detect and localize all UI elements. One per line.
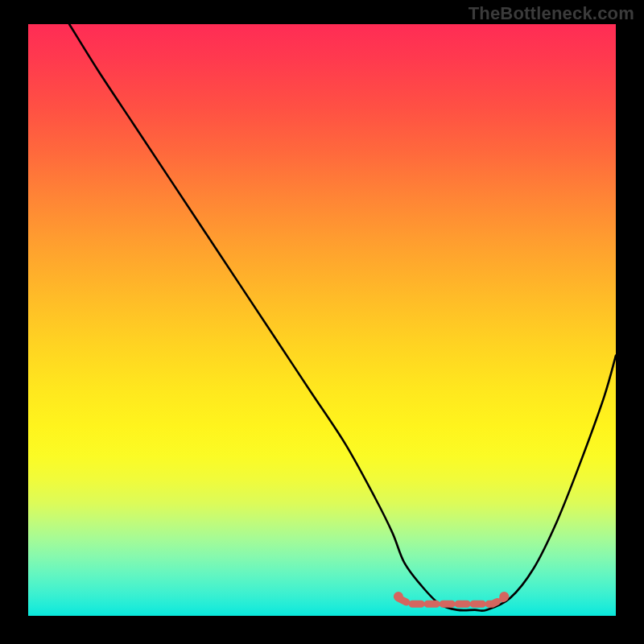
svg-point-1 (499, 592, 509, 601)
watermark-text: TheBottleneck.com (469, 3, 634, 24)
curve-layer (28, 24, 616, 616)
svg-point-0 (394, 592, 403, 601)
optimal-band-marker (394, 592, 509, 604)
bottleneck-curve (69, 24, 616, 611)
chart-frame: TheBottleneck.com (0, 0, 644, 644)
plot-area (28, 24, 616, 616)
